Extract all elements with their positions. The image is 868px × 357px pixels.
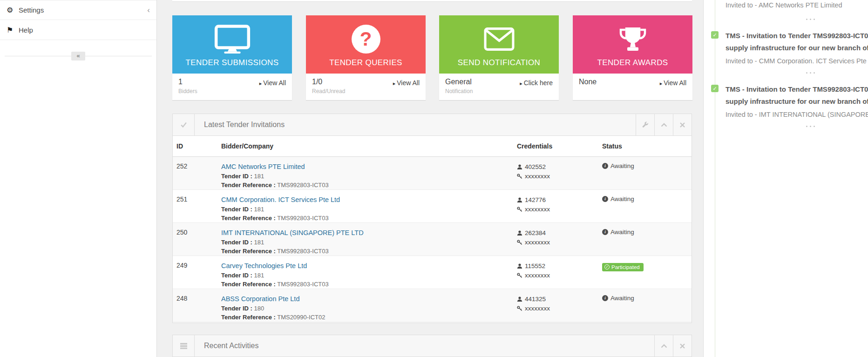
recent-activities-panel: Recent Activities xyxy=(172,335,692,357)
monitor-icon xyxy=(214,15,251,58)
sidebar-collapse-area: « xyxy=(0,51,156,61)
sidebar-collapse-button[interactable]: « xyxy=(71,52,85,61)
notification-item[interactable]: ✓ TMS - Invitation to Tender TMS992803-I… xyxy=(704,83,868,118)
notification-item[interactable]: Invited to - AMC Networks PTE Limited xyxy=(704,0,868,9)
credential-user: 262384 xyxy=(517,229,595,238)
tender-id-value: 181 xyxy=(254,239,264,246)
column-header-id: ID xyxy=(173,136,217,157)
dots-separator xyxy=(806,72,815,74)
person-icon xyxy=(517,230,522,236)
table-row: 250 IMT INTERNATIONAL (SINGAPORE) PTE LT… xyxy=(173,223,692,256)
key-icon xyxy=(517,306,522,311)
tender-ref-value: TMS20990-ICT02 xyxy=(277,314,325,321)
card-tender-submissions: TENDER SUBMISSIONS 1 Bidders ▸View All xyxy=(172,15,292,100)
tender-ref-value: TMS992803-ICT03 xyxy=(277,182,329,189)
close-icon[interactable] xyxy=(673,335,692,357)
sidebar-item-help[interactable]: ⚑ Help xyxy=(0,20,156,40)
key-icon xyxy=(517,240,522,245)
wrench-icon[interactable] xyxy=(636,114,654,135)
card-title: TENDER SUBMISSIONS xyxy=(186,58,279,74)
check-square-icon: ✓ xyxy=(711,85,719,92)
credential-key: xxxxxxxx xyxy=(517,205,595,214)
row-id: 249 xyxy=(173,256,217,289)
sidebar-item-settings[interactable]: ⚙ Settings ‹ xyxy=(0,0,156,20)
card-title: TENDER AWARDS xyxy=(597,58,668,74)
card-sublabel: Bidders xyxy=(178,88,286,94)
card-tile[interactable]: SEND NOTIFICATION xyxy=(439,15,559,74)
notification-item[interactable]: ✓ TMS - Invitation to Tender TMS992803-I… xyxy=(704,30,868,65)
notification-title: TMS - Invitation to Tender TMS992803-ICT… xyxy=(726,30,868,54)
gear-icon: ⚙ xyxy=(7,6,19,14)
triangle-icon: ▸ xyxy=(393,81,396,86)
tender-id-label: Tender ID : xyxy=(221,305,252,312)
card-footer: General Notification ▸Click here xyxy=(439,74,559,100)
table-row: 251 CMM Corporation. ICT Services Pte Lt… xyxy=(173,190,692,223)
card-tile[interactable]: ? TENDER QUERIES xyxy=(306,15,426,74)
column-header-status: Status xyxy=(598,136,692,157)
key-icon xyxy=(517,273,522,278)
company-link[interactable]: IMT INTERNATIONAL (SINGAPORE) PTE LTD xyxy=(221,229,364,236)
company-link[interactable]: Carvey Technologies Pte Ltd xyxy=(221,262,307,269)
tender-id-value: 181 xyxy=(254,206,264,213)
column-header-credentials: Credentials xyxy=(513,136,598,157)
flag-icon: ⚑ xyxy=(7,26,19,34)
tender-ref-label: Tender Reference : xyxy=(221,248,276,255)
status-awaiting: iAwaiting xyxy=(602,295,688,302)
click-here-link[interactable]: ▸Click here xyxy=(520,79,553,87)
tender-id-label: Tender ID : xyxy=(221,239,252,246)
tender-id-value: 181 xyxy=(254,272,264,279)
credential-user: 441325 xyxy=(517,295,595,304)
invitations-table: ID Bidder/Company Credentials Status 252… xyxy=(173,136,692,322)
card-sublabel: Read/Unread xyxy=(312,88,420,94)
triangle-icon: ▸ xyxy=(660,81,663,86)
person-icon xyxy=(517,296,522,302)
checkmark-icon xyxy=(173,114,195,135)
company-link[interactable]: CMM Corporation. ICT Services Pte Ltd xyxy=(221,196,340,203)
view-all-link[interactable]: ▸View All xyxy=(660,79,686,87)
dots-separator xyxy=(806,19,815,20)
sidebar: ⚙ Settings ‹ ⚑ Help « xyxy=(0,0,157,357)
card-title: TENDER QUERIES xyxy=(329,58,402,74)
info-icon: i xyxy=(602,163,608,169)
dots-separator xyxy=(806,126,815,127)
latest-tender-invitations-panel: Latest Tender Invitations ID Bidder/Comp… xyxy=(172,114,692,323)
panel-header: Recent Activities xyxy=(173,335,692,357)
close-icon[interactable] xyxy=(673,114,692,135)
tender-ref-label: Tender Reference : xyxy=(221,215,276,222)
tender-ref-label: Tender Reference : xyxy=(221,182,276,189)
tender-ref-value: TMS992803-ICT03 xyxy=(277,281,329,288)
credential-user: 402552 xyxy=(517,162,595,172)
key-icon xyxy=(517,174,522,179)
sidebar-item-label: Settings xyxy=(19,6,147,14)
row-id: 252 xyxy=(173,157,217,190)
card-tender-awards: TENDER AWARDS None ▸View All xyxy=(573,15,692,100)
tender-id-label: Tender ID : xyxy=(221,272,252,279)
company-link[interactable]: ABSS Corporation Pte Ltd xyxy=(221,295,299,303)
panel-header: Latest Tender Invitations xyxy=(173,114,692,136)
key-icon xyxy=(517,207,522,212)
info-icon: i xyxy=(602,196,608,202)
company-link[interactable]: AMC Networks PTE Limited xyxy=(221,163,305,170)
card-tile[interactable]: TENDER AWARDS xyxy=(573,15,692,74)
card-tile[interactable]: TENDER SUBMISSIONS xyxy=(172,15,292,74)
credential-user: 115552 xyxy=(517,262,595,271)
triangle-icon: ▸ xyxy=(520,81,522,86)
chevron-up-icon[interactable] xyxy=(654,335,673,357)
row-id: 250 xyxy=(173,223,217,256)
table-row: 252 AMC Networks PTE Limited Tender ID :… xyxy=(173,157,692,190)
card-footer: 1 Bidders ▸View All xyxy=(172,74,292,100)
list-icon xyxy=(173,335,195,357)
question-circle-icon: ? xyxy=(352,15,380,58)
envelope-icon xyxy=(484,15,515,58)
chevron-up-icon[interactable] xyxy=(654,114,673,135)
person-icon xyxy=(517,263,522,269)
tender-id-label: Tender ID : xyxy=(221,206,252,213)
panel-title: Recent Activities xyxy=(195,335,654,357)
view-all-link[interactable]: ▸View All xyxy=(393,79,420,87)
notification-invited-to: Invited to - IMT INTERNATIONAL (SINGAPOR… xyxy=(726,111,868,118)
tender-id-value: 181 xyxy=(254,173,264,180)
credential-key: xxxxxxxx xyxy=(517,238,595,247)
view-all-link[interactable]: ▸View All xyxy=(259,79,286,87)
person-icon xyxy=(517,197,522,203)
notification-invited-to: Invited to - CMM Corporation. ICT Servic… xyxy=(726,57,868,65)
